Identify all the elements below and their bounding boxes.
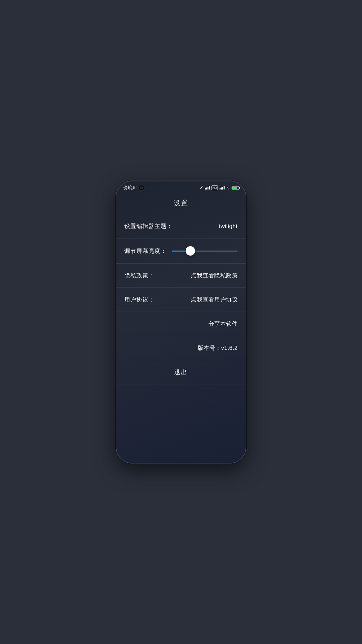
- settings-item-share[interactable]: 分享本软件: [116, 312, 246, 336]
- settings-item-version: 版本号：v1.6.2: [116, 336, 246, 360]
- agreement-label: 用户协议：: [124, 296, 155, 304]
- page-title-bar: 设置: [116, 193, 246, 214]
- brightness-label: 调节屏幕亮度：: [124, 247, 167, 255]
- version-value: 版本号：v1.6.2: [198, 344, 238, 352]
- status-time: 傍晚6:: [123, 185, 137, 191]
- theme-value: twilight: [219, 223, 238, 230]
- signal-bar-2: [206, 187, 207, 190]
- bottom-area: [116, 384, 246, 411]
- signal-bar2-4: [224, 186, 225, 190]
- bluetooth-icon: ✗: [200, 185, 203, 190]
- settings-item-brightness: 调节屏幕亮度：: [116, 238, 246, 264]
- status-bar: 傍晚6: ✗ HD ∿: [116, 181, 246, 193]
- wifi-icon: ∿: [226, 185, 230, 191]
- theme-label: 设置编辑器主题：: [124, 222, 173, 230]
- privacy-link[interactable]: 点我查看隐私政策: [191, 272, 238, 279]
- settings-list: 设置编辑器主题： twilight 调节屏幕亮度： 隐私政策：: [116, 214, 246, 384]
- settings-page: 设置 设置编辑器主题： twilight 调节屏幕亮度：: [116, 193, 246, 411]
- camera-indicator: [138, 185, 144, 191]
- brightness-slider[interactable]: [172, 246, 238, 256]
- settings-item-logout[interactable]: 退出: [116, 360, 246, 384]
- signal-bar-1: [205, 188, 206, 190]
- battery-body: [232, 186, 239, 190]
- slider-thumb[interactable]: [186, 246, 195, 256]
- slider-row[interactable]: [172, 246, 238, 256]
- phone-shell: 傍晚6: ✗ HD ∿: [116, 180, 246, 464]
- settings-item-agreement[interactable]: 用户协议： 点我查看用户协议: [116, 288, 246, 312]
- share-label[interactable]: 分享本软件: [208, 320, 238, 328]
- signal-bar-4: [209, 186, 210, 190]
- signal-bar2-2: [221, 187, 222, 190]
- logout-label[interactable]: 退出: [174, 368, 188, 376]
- signal-bar2-3: [222, 187, 223, 190]
- agreement-link[interactable]: 点我查看用户协议: [191, 296, 238, 304]
- signal-bar2-1: [220, 188, 221, 190]
- battery-fill: [232, 187, 237, 189]
- signal-icon-2: [220, 186, 225, 190]
- hd-badge: HD: [212, 185, 218, 191]
- settings-item-theme[interactable]: 设置编辑器主题： twilight: [116, 214, 246, 238]
- privacy-label: 隐私政策：: [124, 272, 155, 279]
- status-icons: ✗ HD ∿: [200, 185, 239, 191]
- slider-track: [172, 251, 238, 252]
- signal-bar-3: [207, 187, 208, 190]
- settings-item-privacy[interactable]: 隐私政策： 点我查看隐私政策: [116, 264, 246, 288]
- battery-icon: [232, 186, 239, 190]
- signal-icon: [205, 186, 210, 190]
- page-title: 设置: [174, 199, 188, 207]
- camera-lens: [140, 186, 143, 189]
